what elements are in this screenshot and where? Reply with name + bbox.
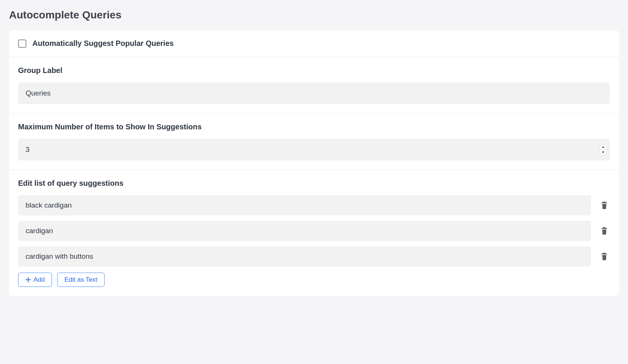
max-items-label: Maximum Number of Items to Show In Sugge… xyxy=(18,123,610,131)
spinner-down-button[interactable] xyxy=(600,150,607,155)
trash-icon xyxy=(600,201,608,210)
auto-suggest-checkbox[interactable] xyxy=(18,39,26,48)
auto-suggest-row: Automatically Suggest Popular Queries xyxy=(18,39,610,48)
plus-icon xyxy=(25,277,31,283)
auto-suggest-label: Automatically Suggest Popular Queries xyxy=(32,39,174,48)
suggestion-input[interactable] xyxy=(18,195,591,215)
suggestion-row xyxy=(18,246,610,267)
group-label-label: Group Label xyxy=(18,66,610,75)
group-label-section: Group Label xyxy=(9,57,619,114)
trash-icon xyxy=(600,252,608,261)
delete-suggestion-button[interactable] xyxy=(599,199,610,211)
spinner-up-button[interactable] xyxy=(600,145,607,150)
delete-suggestion-button[interactable] xyxy=(599,250,610,262)
add-button[interactable]: Add xyxy=(18,273,52,287)
max-items-input[interactable] xyxy=(18,139,610,161)
suggestion-row xyxy=(18,221,610,241)
chevron-down-icon xyxy=(602,151,605,153)
suggestion-input[interactable] xyxy=(18,246,591,267)
suggestion-input[interactable] xyxy=(18,221,591,241)
suggestions-label: Edit list of query suggestions xyxy=(18,179,610,188)
page-title: Autocomplete Queries xyxy=(9,9,619,21)
suggestions-section: Edit list of query suggestions xyxy=(9,170,619,296)
edit-as-text-label: Edit as Text xyxy=(64,276,97,284)
max-items-section: Maximum Number of Items to Show In Sugge… xyxy=(9,114,619,170)
max-items-wrap xyxy=(18,139,610,161)
svg-rect-3 xyxy=(603,227,605,228)
suggestions-button-row: Add Edit as Text xyxy=(18,273,610,287)
auto-suggest-section: Automatically Suggest Popular Queries xyxy=(9,30,619,57)
chevron-up-icon xyxy=(602,146,605,148)
group-label-input[interactable] xyxy=(18,82,610,104)
suggestion-row xyxy=(18,195,610,215)
add-button-label: Add xyxy=(33,276,45,284)
svg-rect-5 xyxy=(603,253,605,253)
trash-icon xyxy=(600,226,608,235)
svg-rect-1 xyxy=(603,202,605,202)
number-spinner xyxy=(599,144,607,155)
delete-suggestion-button[interactable] xyxy=(599,225,610,237)
edit-as-text-button[interactable]: Edit as Text xyxy=(57,273,105,287)
settings-card: Automatically Suggest Popular Queries Gr… xyxy=(9,30,619,296)
